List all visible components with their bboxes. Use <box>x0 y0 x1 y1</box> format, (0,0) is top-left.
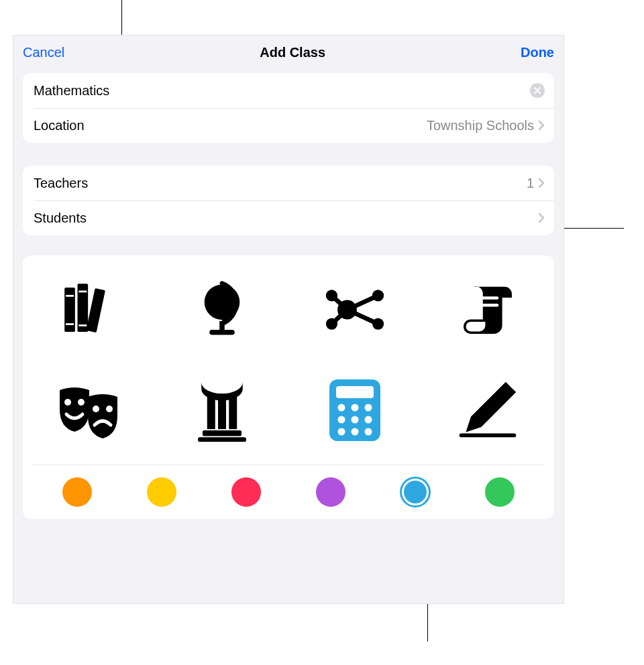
appearance-panel <box>23 255 554 519</box>
svg-rect-19 <box>480 296 498 300</box>
books-icon <box>58 279 120 341</box>
icon-option-column[interactable] <box>156 360 288 461</box>
icon-option-molecule[interactable] <box>288 259 421 360</box>
add-class-modal: Cancel Add Class Done Location Township … <box>13 35 564 604</box>
svg-point-39 <box>352 428 359 436</box>
class-name-input[interactable] <box>34 83 530 99</box>
icon-grid <box>23 255 554 465</box>
svg-point-40 <box>365 428 372 436</box>
svg-rect-0 <box>64 288 75 332</box>
svg-point-17 <box>372 290 384 301</box>
svg-point-14 <box>337 300 357 320</box>
svg-rect-25 <box>207 394 215 429</box>
color-option-purple[interactable] <box>316 477 345 507</box>
cancel-button[interactable]: Cancel <box>23 45 64 60</box>
color-option-pink[interactable] <box>231 477 261 507</box>
students-label: Students <box>34 210 534 226</box>
class-name-row[interactable] <box>23 73 554 108</box>
location-value: Township Schools <box>427 118 534 133</box>
color-option-blue[interactable] <box>400 477 430 507</box>
svg-point-37 <box>365 416 372 424</box>
svg-rect-2 <box>86 288 105 332</box>
svg-rect-5 <box>78 290 87 292</box>
svg-rect-6 <box>78 324 87 326</box>
done-button[interactable]: Done <box>521 45 554 60</box>
svg-point-23 <box>93 406 99 412</box>
teachers-label: Teachers <box>34 176 527 191</box>
chevron-right-icon <box>538 178 545 188</box>
globe-icon <box>191 278 254 341</box>
svg-rect-8 <box>219 321 225 331</box>
svg-rect-27 <box>229 394 237 429</box>
location-row[interactable]: Location Township Schools <box>23 108 554 143</box>
svg-rect-29 <box>198 437 246 442</box>
svg-rect-28 <box>203 430 241 436</box>
svg-rect-41 <box>460 434 516 438</box>
svg-rect-20 <box>480 304 498 307</box>
class-info-group: Location Township Schools <box>23 73 554 143</box>
svg-point-21 <box>64 399 71 406</box>
color-option-orange[interactable] <box>62 477 92 507</box>
svg-point-32 <box>338 404 345 412</box>
svg-rect-3 <box>66 295 74 297</box>
chevron-right-icon <box>538 213 545 223</box>
teachers-row[interactable]: Teachers 1 <box>23 166 554 200</box>
people-group: Teachers 1 Students <box>23 166 554 235</box>
calculator-icon <box>328 378 382 442</box>
location-label: Location <box>34 118 427 133</box>
icon-option-scroll[interactable] <box>421 259 554 360</box>
svg-point-33 <box>352 404 359 412</box>
page-title: Add Class <box>260 45 325 60</box>
svg-point-36 <box>352 416 359 424</box>
icon-option-drama[interactable] <box>23 360 156 461</box>
svg-rect-31 <box>336 386 374 398</box>
icon-option-pencil[interactable] <box>421 360 554 461</box>
column-icon <box>193 379 251 442</box>
icon-option-calculator[interactable] <box>288 360 421 461</box>
svg-point-22 <box>78 399 85 406</box>
color-option-green[interactable] <box>485 477 515 507</box>
svg-rect-4 <box>66 323 74 325</box>
close-icon <box>534 87 541 94</box>
clear-text-button[interactable] <box>530 83 545 98</box>
nav-bar: Cancel Add Class Done <box>13 36 564 69</box>
chevron-right-icon <box>538 120 545 131</box>
svg-point-35 <box>338 416 345 424</box>
icon-option-globe[interactable] <box>156 259 288 360</box>
students-row[interactable]: Students <box>23 200 554 235</box>
svg-point-38 <box>338 428 345 436</box>
icon-option-books[interactable] <box>23 259 156 360</box>
svg-point-24 <box>106 406 113 412</box>
svg-rect-26 <box>218 394 226 429</box>
color-row <box>23 465 554 507</box>
drama-masks-icon <box>56 377 123 444</box>
pencil-icon <box>455 378 520 442</box>
svg-rect-9 <box>209 330 235 335</box>
molecule-icon <box>323 278 387 342</box>
svg-point-18 <box>372 318 384 329</box>
svg-point-15 <box>326 290 337 301</box>
scroll-icon <box>458 280 518 340</box>
callout-line-students <box>564 228 624 229</box>
svg-point-34 <box>365 404 372 412</box>
svg-point-16 <box>326 318 337 329</box>
teachers-count: 1 <box>527 176 534 191</box>
color-option-yellow[interactable] <box>147 477 176 507</box>
